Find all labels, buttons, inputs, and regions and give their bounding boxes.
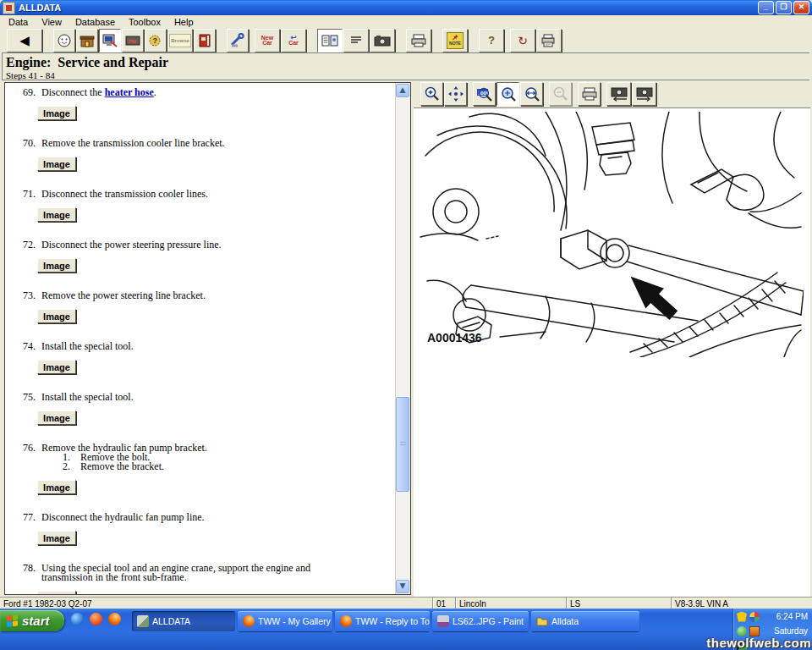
step-73: 73. Remove the power steering line brack… <box>20 291 396 300</box>
scroll-down-arrow[interactable]: ▼ <box>396 580 409 593</box>
updates-tray-icon[interactable] <box>749 626 760 636</box>
customer-button[interactable] <box>53 29 75 52</box>
firefox-icon <box>340 615 352 627</box>
step-69: 69. Disconnect the heater hose. <box>20 88 396 97</box>
start-button[interactable]: start <box>0 610 64 631</box>
print-setup-button[interactable] <box>536 29 562 52</box>
mail-quick-launch-icon[interactable] <box>90 613 102 625</box>
restore-button[interactable]: ❐ <box>776 1 792 14</box>
tray-app-icon[interactable] <box>749 612 760 622</box>
steps-scrollbar[interactable]: ▲ ▼ <box>395 83 410 594</box>
minimize-button[interactable]: _ <box>758 1 774 14</box>
image-button[interactable]: Image <box>37 157 76 171</box>
pointer-arrow <box>632 278 677 319</box>
scrollbar-thumb[interactable] <box>396 397 409 492</box>
step-75: 75. Install the special tool. <box>20 393 396 402</box>
diagnostics-button[interactable] <box>99 29 121 52</box>
parts-button[interactable]: 750 <box>122 29 144 52</box>
image-button[interactable]: Image <box>37 106 76 120</box>
page-subtitle: Steps 41 - 84 <box>6 70 809 80</box>
image-button[interactable]: Image <box>37 480 76 494</box>
browse-button[interactable]: Browse <box>167 29 193 52</box>
image-button[interactable]: Image <box>37 591 76 594</box>
step-78: 78. Using the special tool and an engine… <box>20 564 396 582</box>
zoom-out-button <box>549 82 572 106</box>
text-view-icon <box>349 33 363 48</box>
firefox-quick-launch-icon[interactable] <box>108 613 121 625</box>
text-image-view-icon <box>321 33 338 48</box>
fit-window-button[interactable] <box>497 82 519 106</box>
zoom-100-button[interactable]: 100% <box>473 82 496 106</box>
image-button[interactable]: Image <box>37 258 76 273</box>
parts-display-icon: 750 <box>125 33 140 48</box>
status-engine: V8-3.9L VIN A <box>671 598 812 609</box>
notes-button[interactable]: 📌︎NOTE <box>442 29 468 52</box>
zoom-in-button[interactable] <box>420 82 443 106</box>
browser-quick-launch-icon[interactable] <box>71 613 84 625</box>
task-tww-reply[interactable]: TWW - Reply to Topic... <box>335 611 430 631</box>
engine-figure: A0001436 <box>414 108 810 597</box>
step-77: 77. Disconnect the hydraulic fan pump li… <box>20 513 396 522</box>
pan-icon <box>447 85 464 102</box>
labor-button[interactable]: ? <box>145 29 167 52</box>
zoom-in-icon <box>424 85 441 102</box>
task-alldata-window[interactable]: ALLDATA <box>132 611 235 631</box>
clock: 6:24 PM <box>776 612 812 621</box>
printer-icon <box>581 86 598 102</box>
image-button[interactable]: Image <box>37 207 76 222</box>
svg-text:750: 750 <box>128 39 137 44</box>
menu-database[interactable]: Database <box>69 16 122 28</box>
svg-text:?: ? <box>153 36 158 45</box>
image-button[interactable]: Image <box>37 309 76 323</box>
image-view-button[interactable] <box>370 29 395 52</box>
browse-note-icon: Browse <box>169 34 191 47</box>
day-label: Saturday <box>774 626 812 636</box>
text-image-view-button[interactable] <box>317 29 343 52</box>
task-alldata-folder[interactable]: Alldata <box>531 611 639 631</box>
app-icon <box>3 2 15 14</box>
gear-question-icon: ? <box>148 33 163 48</box>
status-make: Lincoln <box>455 598 566 609</box>
zoom-out-icon <box>552 85 569 102</box>
new-car-button[interactable]: New Car <box>255 29 280 52</box>
title-bar: ALLDATA _ ❐ ✕ <box>0 0 812 15</box>
menu-toolbox[interactable]: Toolbox <box>122 16 167 28</box>
steps-list: 69. Disconnect the heater hose. Image 70… <box>5 83 396 594</box>
help-button[interactable]: ? <box>479 29 504 52</box>
procedure-pane: 69. Disconnect the heater hose. Image 70… <box>4 82 411 595</box>
image-button[interactable]: Image <box>37 531 76 545</box>
image-button[interactable]: Image <box>37 360 76 374</box>
fit-width-button[interactable] <box>520 82 543 106</box>
menu-data[interactable]: Data <box>2 16 35 28</box>
previous-image-button[interactable] <box>606 82 631 106</box>
print-button[interactable] <box>406 29 431 52</box>
scroll-up-arrow[interactable]: ▲ <box>396 84 409 97</box>
back-button[interactable]: ◀ <box>7 29 42 52</box>
quick-launch <box>71 613 121 625</box>
heater-hose-link[interactable]: heater hose <box>105 86 154 98</box>
antivirus-tray-icon[interactable] <box>737 626 747 636</box>
image-button[interactable]: Image <box>37 410 76 425</box>
new-car-icon: New Car <box>259 36 276 46</box>
close-button[interactable]: ✕ <box>793 1 809 14</box>
next-image-button[interactable] <box>632 82 656 106</box>
task-paint[interactable]: LS62..JPG - Paint <box>432 611 529 631</box>
camera-next-icon <box>635 85 654 102</box>
text-view-button[interactable] <box>343 29 369 52</box>
return-car-button[interactable]: ↩Car <box>281 29 306 52</box>
watermark: thewolfweb.com <box>706 636 811 650</box>
refresh-vehicle-button[interactable]: ↻ <box>510 29 535 52</box>
menu-view[interactable]: View <box>35 16 69 28</box>
print-image-button[interactable] <box>578 82 601 106</box>
folder-icon <box>536 615 548 627</box>
print-setup-icon <box>540 33 557 48</box>
task-tww-gallery[interactable]: TWW - My Gallery - M... <box>238 611 332 631</box>
step-70: 70. Remove the transmission cooler line … <box>20 139 396 148</box>
menu-help[interactable]: Help <box>167 16 200 28</box>
pan-button[interactable] <box>444 82 467 106</box>
shop-button[interactable] <box>76 29 98 52</box>
illustration-pane: 100% <box>414 80 810 597</box>
security-shield-icon[interactable] <box>737 612 747 622</box>
book-button[interactable] <box>194 29 216 52</box>
tools-button[interactable] <box>227 29 249 52</box>
